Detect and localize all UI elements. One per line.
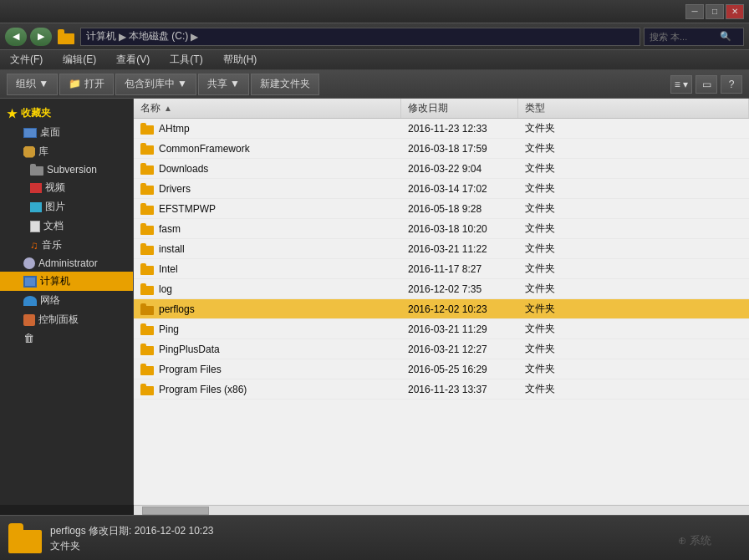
file-type: 文件夹 xyxy=(518,139,749,158)
svg-rect-1 xyxy=(58,29,64,35)
back-button[interactable]: ◀ xyxy=(5,28,27,46)
status-folder-icon xyxy=(8,523,42,553)
folder-icon xyxy=(140,384,154,395)
search-box[interactable]: 🔍 xyxy=(644,28,744,46)
view-list-button[interactable]: ≡ ▾ xyxy=(670,75,692,94)
table-row[interactable]: Intel2016-11-17 8:27文件夹 xyxy=(134,259,749,279)
sidebar-item-doc[interactable]: 文档 xyxy=(0,216,133,236)
sidebar-item-library[interactable]: 库 xyxy=(0,142,133,161)
computer-icon xyxy=(23,276,37,288)
file-name: perflogs xyxy=(159,303,195,315)
picture-icon xyxy=(30,202,42,212)
sidebar-item-recycle[interactable]: 🗑 xyxy=(0,329,133,347)
menu-tools[interactable]: 工具(T) xyxy=(166,51,206,69)
file-name: Program Files (x86) xyxy=(159,384,247,395)
admin-icon xyxy=(23,257,35,269)
file-date: 2016-03-21 11:29 xyxy=(401,319,518,339)
file-name: EFSTMPWP xyxy=(159,203,216,215)
new-folder-button[interactable]: 新建文件夹 xyxy=(251,74,319,95)
help-button[interactable]: ? xyxy=(721,75,742,94)
sidebar-item-video[interactable]: 视频 xyxy=(0,178,133,197)
file-type: 文件夹 xyxy=(518,239,749,258)
file-date: 2016-03-18 17:59 xyxy=(401,139,518,158)
sidebar-item-control[interactable]: 控制面板 xyxy=(0,310,133,329)
file-type: 文件夹 xyxy=(518,339,749,359)
open-button[interactable]: 📁 打开 xyxy=(59,74,113,95)
forward-button[interactable]: ▶ xyxy=(30,28,52,46)
sidebar-item-desktop[interactable]: 桌面 xyxy=(0,123,133,142)
table-row[interactable]: install2016-03-21 11:22文件夹 xyxy=(134,239,749,259)
sidebar-item-network[interactable]: 网络 xyxy=(0,291,133,310)
table-row[interactable]: PingPlusData2016-03-21 12:27文件夹 xyxy=(134,339,749,359)
file-type: 文件夹 xyxy=(518,379,749,399)
title-bar: ─ □ ✕ xyxy=(0,0,749,23)
table-row[interactable]: Drivers2016-03-14 17:02文件夹 xyxy=(134,179,749,199)
file-name: Program Files xyxy=(159,364,222,375)
computer-label: 计算机 xyxy=(40,274,70,288)
col-date-header[interactable]: 修改日期 xyxy=(401,99,518,118)
col-type-label: 类型 xyxy=(525,101,545,115)
main-area: ★ 收藏夹 桌面 库 Subversion 视频 图片 文档 ♫ 音 xyxy=(0,99,749,505)
control-label: 控制面板 xyxy=(38,313,79,327)
table-row[interactable]: Program Files (x86)2016-11-23 13:37文件夹 xyxy=(134,379,749,400)
horizontal-scrollbar[interactable] xyxy=(134,505,749,515)
organize-button[interactable]: 组织 ▼ xyxy=(7,74,58,95)
folder-icon xyxy=(140,364,154,375)
table-row[interactable]: CommonFramework2016-03-18 17:59文件夹 xyxy=(134,139,749,159)
col-type-header[interactable]: 类型 xyxy=(518,99,749,118)
table-row[interactable]: fasm2016-03-18 10:20文件夹 xyxy=(134,219,749,239)
file-date: 2016-11-23 12:33 xyxy=(401,119,518,138)
file-name: PingPlusData xyxy=(159,344,220,355)
file-name: CommonFramework xyxy=(159,143,250,155)
preview-button[interactable]: ▭ xyxy=(696,75,717,94)
library-icon xyxy=(23,146,35,158)
network-icon xyxy=(23,296,37,306)
menu-help[interactable]: 帮助(H) xyxy=(220,51,261,69)
file-date: 2016-05-18 9:28 xyxy=(401,199,518,218)
file-type: 文件夹 xyxy=(518,319,749,339)
menu-view[interactable]: 查看(V) xyxy=(113,51,153,69)
col-name-label: 名称 xyxy=(140,101,160,115)
file-date: 2016-03-21 12:27 xyxy=(401,339,518,359)
sidebar-item-computer[interactable]: 计算机 xyxy=(0,272,133,291)
file-type: 文件夹 xyxy=(518,219,749,238)
network-label: 网络 xyxy=(40,293,60,308)
file-date: 2016-05-25 16:29 xyxy=(401,359,518,379)
doc-icon xyxy=(30,221,40,232)
address-path[interactable]: 计算机 ▶ 本地磁盘 (C:) ▶ xyxy=(80,28,640,46)
folder-icon xyxy=(140,163,154,175)
col-date-label: 修改日期 xyxy=(408,101,448,115)
menu-file[interactable]: 文件(F) xyxy=(7,51,46,69)
table-row[interactable]: EFSTMPWP2016-05-18 9:28文件夹 xyxy=(134,199,749,219)
share-button[interactable]: 共享 ▼ xyxy=(198,74,249,95)
include-button[interactable]: 包含到库中 ▼ xyxy=(115,74,196,95)
status-text: perflogs 修改日期: 2016-12-02 10:23 文件夹 xyxy=(50,523,213,553)
file-list[interactable]: 名称 ▲ 修改日期 类型 AHtmp2016-11-23 12:33文件夹Com… xyxy=(134,99,749,505)
sidebar-item-music[interactable]: ♫ 音乐 xyxy=(0,236,133,255)
sidebar: ★ 收藏夹 桌面 库 Subversion 视频 图片 文档 ♫ 音 xyxy=(0,99,134,505)
minimize-button[interactable]: ─ xyxy=(685,4,704,19)
menu-edit[interactable]: 编辑(E) xyxy=(59,51,99,69)
col-name-header[interactable]: 名称 ▲ xyxy=(134,99,401,118)
hscroll-thumb[interactable] xyxy=(142,507,209,515)
sidebar-item-admin[interactable]: Administrator xyxy=(0,255,133,272)
table-row[interactable]: Downloads2016-03-22 9:04文件夹 xyxy=(134,159,749,179)
sidebar-item-subversion[interactable]: Subversion xyxy=(0,161,133,178)
table-row[interactable]: Ping2016-03-21 11:29文件夹 xyxy=(134,319,749,339)
table-row[interactable]: perflogs2016-12-02 10:23文件夹 xyxy=(134,299,749,319)
file-type: 文件夹 xyxy=(518,359,749,379)
file-date: 2016-12-02 7:35 xyxy=(401,279,518,298)
search-input[interactable] xyxy=(650,32,716,42)
picture-label: 图片 xyxy=(45,200,65,214)
close-button[interactable]: ✕ xyxy=(726,4,744,19)
maximize-button[interactable]: □ xyxy=(706,4,724,19)
admin-label: Administrator xyxy=(38,257,98,269)
file-name: install xyxy=(159,243,185,255)
folder-icon xyxy=(140,323,154,335)
table-row[interactable]: AHtmp2016-11-23 12:33文件夹 xyxy=(134,119,749,139)
table-row[interactable]: Program Files2016-05-25 16:29文件夹 xyxy=(134,359,749,379)
folder-icon xyxy=(140,303,154,315)
file-type: 文件夹 xyxy=(518,119,749,138)
table-row[interactable]: log2016-12-02 7:35文件夹 xyxy=(134,279,749,299)
sidebar-item-picture[interactable]: 图片 xyxy=(0,197,133,216)
